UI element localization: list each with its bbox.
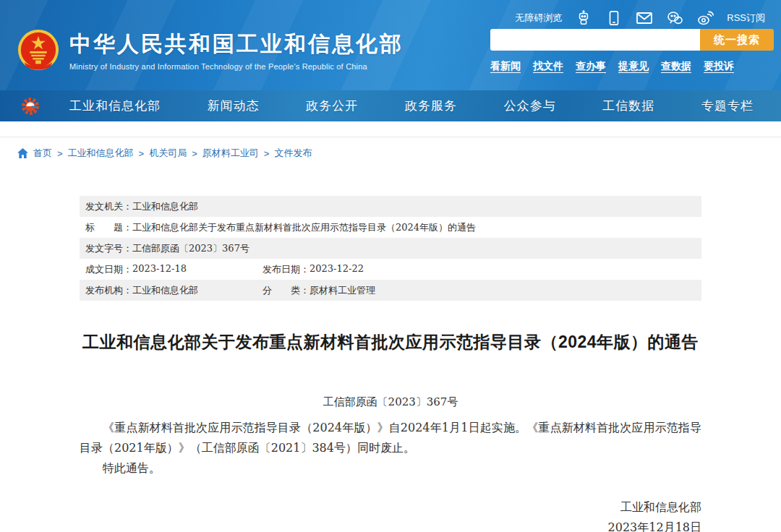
mobile-icon[interactable]	[605, 9, 623, 27]
signature-block: 工业和信息化部 2023年12月18日	[80, 497, 701, 532]
document-area: 发文机关： 工业和信息化部 标 题： 工业和信息化部关于发布重点新材料首批次应用…	[80, 196, 701, 532]
brand-text: 中华人民共和国工业和信息化部 Ministry of Industry and …	[69, 30, 404, 71]
breadcrumb-raw-materials[interactable]: 原材料工业司	[202, 147, 259, 160]
doc-number: 工信部原函〔2023〕367号	[80, 395, 701, 409]
breadcrumb-separator: >	[192, 148, 197, 159]
meta-label: 发布机构：	[85, 284, 132, 297]
meta-value: 工信部原函〔2023〕367号	[132, 242, 249, 255]
breadcrumb: 首页 > 工业和信息化部 > 机关司局 > 原材料工业司 > 文件发布	[0, 137, 781, 160]
article-paragraph: 《重点新材料首批次应用示范指导目录（2024年版）》自2024年1月1日起实施。…	[80, 418, 701, 458]
page: 无障碍浏览	[0, 0, 781, 532]
signature-date: 2023年12月18日	[80, 518, 701, 532]
search-button[interactable]: 统一搜索	[700, 29, 774, 51]
site-subtitle: Ministry of Industry and Information Tec…	[69, 62, 404, 71]
topbar: 无障碍浏览	[0, 0, 774, 26]
breadcrumb-file-release[interactable]: 文件发布	[274, 147, 312, 160]
meta-label: 分 类：	[263, 284, 310, 297]
nav-item-data[interactable]: 工信数据	[602, 98, 654, 114]
meta-value: 工业和信息化部关于发布重点新材料首批次应用示范指导目录（2024年版）的通告	[132, 221, 476, 234]
search-input[interactable]	[490, 29, 700, 51]
meta-cell: 成文日期： 2023-12-18	[85, 263, 263, 276]
nav-items: 工业和信息化部 新闻动态 政务公开 政务服务 公众参与 工信数据 专题专栏	[69, 98, 761, 114]
meta-label: 成文日期：	[85, 263, 132, 276]
meta-row-dates: 成文日期： 2023-12-18 发布日期： 2023-12-22	[80, 259, 701, 280]
breadcrumb-separator: >	[139, 148, 145, 159]
meta-label: 发文字号：	[85, 242, 132, 255]
meta-cell: 标 题： 工业和信息化部关于发布重点新材料首批次应用示范指导目录（2024年版）…	[85, 221, 476, 234]
quick-link-files[interactable]: 找文件	[533, 60, 563, 73]
breadcrumb-miit[interactable]: 工业和信息化部	[68, 147, 134, 160]
meta-value: 2023-12-18	[132, 263, 187, 276]
quick-links: 看新闻 找文件 查办事 提意见 查数据 要投诉	[490, 60, 774, 73]
quick-link-complaint[interactable]: 要投诉	[704, 60, 734, 73]
nav-item-gov-open[interactable]: 政务公开	[306, 98, 358, 114]
header-divider	[0, 121, 781, 137]
meta-row-issuing-authority: 发文机关： 工业和信息化部	[80, 196, 701, 217]
nav-item-public[interactable]: 公众参与	[504, 98, 556, 114]
mail-icon[interactable]	[636, 9, 653, 27]
breadcrumb-home[interactable]: 首页	[33, 147, 52, 160]
national-emblem-icon	[17, 29, 59, 71]
header-main: 中华人民共和国工业和信息化部 Ministry of Industry and …	[0, 26, 774, 73]
home-icon[interactable]	[17, 148, 28, 158]
meta-label: 发文机关：	[85, 200, 132, 213]
nav-item-miit[interactable]: 工业和信息化部	[69, 98, 161, 114]
meta-cell: 发布日期： 2023-12-22	[263, 263, 364, 276]
meta-row-title: 标 题： 工业和信息化部关于发布重点新材料首批次应用示范指导目录（2024年版）…	[80, 217, 701, 238]
miit-e-logo-icon[interactable]	[20, 96, 40, 116]
breadcrumb-separator: >	[264, 148, 270, 159]
meta-cell: 发布机构： 工业和信息化部	[85, 284, 263, 297]
meta-row-doc-number: 发文字号： 工信部原函〔2023〕367号	[80, 238, 701, 259]
brand: 中华人民共和国工业和信息化部 Ministry of Industry and …	[17, 29, 404, 71]
quick-link-data[interactable]: 查数据	[661, 60, 691, 73]
meta-value: 原材料工业管理	[310, 284, 375, 297]
site-header: 无障碍浏览	[0, 0, 781, 90]
breadcrumb-departments[interactable]: 机关司局	[149, 147, 187, 160]
quick-link-news[interactable]: 看新闻	[490, 60, 521, 73]
article-closing: 特此通告。	[80, 458, 701, 479]
meta-value: 2023-12-22	[310, 263, 364, 276]
signature-org: 工业和信息化部	[80, 497, 701, 518]
quick-link-services[interactable]: 查办事	[576, 60, 606, 73]
nav-item-topics[interactable]: 专题专栏	[701, 98, 754, 114]
meta-cell: 发文机关： 工业和信息化部	[85, 200, 198, 213]
search-row: 统一搜索	[490, 29, 774, 51]
rss-link[interactable]: RSS订阅	[727, 12, 765, 25]
site-title: 中华人民共和国工业和信息化部	[69, 30, 404, 59]
main-nav: 工业和信息化部 新闻动态 政务公开 政务服务 公众参与 工信数据 专题专栏	[0, 90, 781, 121]
nav-item-news[interactable]: 新闻动态	[208, 98, 260, 114]
meta-cell: 分 类： 原材料工业管理	[263, 284, 375, 297]
quick-link-feedback[interactable]: 提意见	[618, 60, 649, 73]
meta-label: 标 题：	[85, 221, 132, 234]
article-title: 工业和信息化部关于发布重点新材料首批次应用示范指导目录（2024年版）的通告	[80, 331, 701, 353]
meta-label: 发布日期：	[263, 263, 310, 276]
accessibility-link[interactable]: 无障碍浏览	[515, 12, 562, 25]
meta-value: 工业和信息化部	[132, 200, 198, 213]
doc-meta-table: 发文机关： 工业和信息化部 标 题： 工业和信息化部关于发布重点新材料首批次应用…	[80, 196, 701, 301]
nav-item-gov-services[interactable]: 政务服务	[405, 98, 457, 114]
weibo-icon[interactable]	[696, 9, 714, 27]
robot-icon[interactable]	[575, 9, 592, 27]
meta-cell: 发文字号： 工信部原函〔2023〕367号	[85, 242, 249, 255]
breadcrumb-separator: >	[57, 148, 63, 159]
wechat-icon[interactable]	[666, 9, 683, 27]
meta-value: 工业和信息化部	[132, 284, 198, 297]
meta-row-publisher-category: 发布机构： 工业和信息化部 分 类： 原材料工业管理	[80, 280, 701, 301]
search-area: 统一搜索 看新闻 找文件 查办事 提意见 查数据 要投诉	[490, 29, 774, 73]
